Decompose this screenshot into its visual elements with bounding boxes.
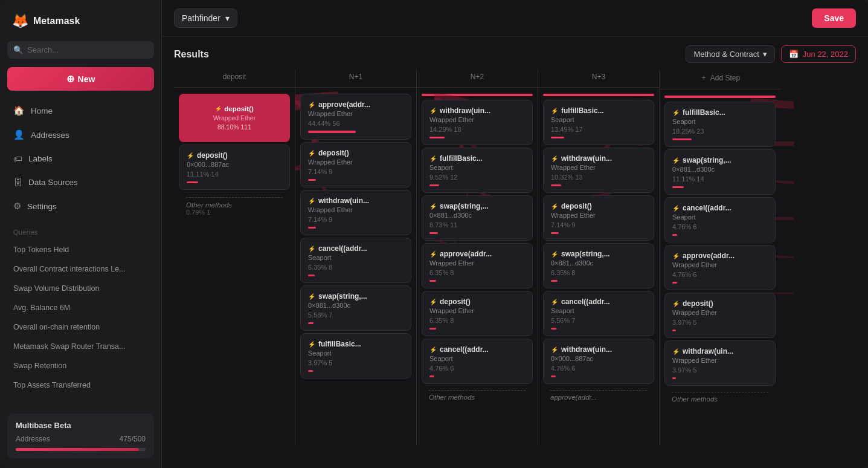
query-item-assets-transferred[interactable]: Top Assets Transferred [7, 377, 154, 393]
query-item[interactable]: Metamask Swap Router Transa... [7, 339, 154, 354]
node-progress-bar [429, 184, 439, 186]
node-stats-text: 3.97% 5 [308, 359, 403, 366]
node-progress-bar [308, 227, 316, 229]
node-method-text: cancel((addr... [318, 244, 367, 253]
nav-home-label: Home [31, 106, 53, 115]
flow-node[interactable]: ⚡ fulfillBasic... Seaport 13.49% 17 [543, 100, 654, 145]
flow-node[interactable]: ⚡ deposit() Wrapped Ether 7.14% 9 [300, 142, 411, 187]
flow-node[interactable]: ⚡ deposit() 0×000...887ac 11.11% 14 [179, 145, 290, 190]
flow-node[interactable]: ⚡ swap(string,... 0×881...d300c 8.73% 11 [422, 195, 533, 241]
node-stats-text: 11.11% 14 [672, 175, 768, 183]
flow-node[interactable]: ⚡ swap(string,... 0×881...d300c 6.35% 8 [543, 243, 654, 288]
node-stats-text: 6.35% 8 [551, 269, 646, 276]
node-progress-bar [551, 375, 556, 377]
node-method-text: deposit() [224, 105, 254, 112]
node-contract-text: 0×881...d300c [429, 212, 525, 219]
sidebar-item-data-sources[interactable]: 🗄 Data Sources [7, 172, 154, 192]
results-controls: Method & Contract ▾ 📅 Jun 22, 2022 [686, 45, 856, 63]
node-stats-text: 7.14% 9 [308, 168, 403, 175]
flow-node[interactable]: ⚡ cancel((addr... Seaport 4.76% 6 [664, 197, 776, 242]
flow-node[interactable]: ⚡ fulfillBasic... Seaport 9.52% 12 [422, 148, 533, 193]
flow-node[interactable]: ⚡ approve(addr... Wrapped Ether 6.35% 8 [422, 243, 533, 288]
query-item[interactable]: Top Tokens Held [7, 242, 154, 258]
lightning-icon: ⚡ [308, 341, 315, 348]
nav-data-sources-label: Data Sources [28, 178, 78, 187]
node-stats-text: 3.97% 5 [672, 319, 768, 326]
query-item-swap-retention[interactable]: Swap Retention [7, 358, 154, 374]
multibase-title: Multibase Beta [16, 421, 146, 430]
sidebar-item-home[interactable]: 🏠 Home [7, 100, 154, 121]
query-item[interactable]: Overall Contract interactions Le... [7, 261, 154, 277]
lightning-icon: ⚡ [672, 348, 680, 355]
add-step-label[interactable]: Add Step [710, 74, 740, 82]
node-stats-text: 10.32% 13 [551, 174, 646, 181]
flow-node[interactable]: ⚡ deposit() Wrapped Ether 6.35% 8 [422, 291, 533, 336]
flow-node[interactable]: ⚡ withdraw(uin... 0×000...887ac 4.76% 6 [543, 339, 654, 384]
node-contract-text: Wrapped Ether [308, 110, 403, 117]
node-stats-text: 3.97% 5 [672, 366, 768, 374]
flow-node[interactable]: ⚡ fulfillBasic... Seaport 18.25% 23 [664, 102, 776, 147]
sidebar-item-labels[interactable]: 🏷 Labels [7, 149, 154, 169]
node-method-text: deposit() [683, 299, 713, 308]
lightning-icon: ⚡ [308, 198, 315, 204]
node-progress-bar [551, 280, 558, 282]
lightning-icon: ⚡ [429, 155, 437, 162]
node-progress-bar [308, 275, 315, 276]
flow-node[interactable]: ⚡ withdraw(uin... Wrapped Ether 14.29% 1… [422, 100, 533, 145]
flow-node[interactable]: ⚡ approve(addr... Wrapped Ether 4.76% 6 [664, 245, 776, 290]
multibase-panel: Multibase Beta Addresses 475/500 [7, 414, 154, 458]
flow-node[interactable]: ⚡ withdraw(uin... Wrapped Ether 3.97% 5 [664, 340, 776, 386]
node-progress-bar [429, 328, 436, 330]
highlight-bar [422, 94, 533, 96]
lightning-icon: ⚡ [551, 203, 558, 210]
node-progress-bar [429, 375, 434, 377]
results-header: Results Method & Contract ▾ 📅 Jun 22, 20… [162, 37, 868, 69]
node-method-text: cancel((addr... [561, 297, 610, 306]
method-contract-filter[interactable]: Method & Contract ▾ [686, 45, 774, 63]
node-contract-text: Wrapped Ether [308, 206, 403, 213]
node-stats-text: 4.76% 6 [551, 365, 646, 372]
flow-node[interactable]: ⚡ fulfillBasic... Seaport 3.97% 5 [300, 333, 411, 379]
node-stats-text: 8.73% 11 [429, 221, 525, 229]
node-progress-bar [429, 280, 436, 282]
logo-area: 🦊 Metamask [7, 10, 154, 37]
column-header-n3: N+3 [538, 69, 659, 88]
flow-chart: deposit ⚡ deposit() Wrapped Ether 88.10%… [162, 69, 868, 452]
new-button[interactable]: ⊕ New [7, 67, 154, 91]
flow-node[interactable]: ⚡ swap(string,... 0×881...d300c 5.56% 7 [300, 285, 411, 331]
data-sources-icon: 🗄 [13, 177, 22, 187]
calendar-icon: 📅 [789, 50, 799, 59]
lightning-icon: ⚡ [672, 157, 680, 164]
pathfinder-selector[interactable]: Pathfinder ▾ [174, 8, 237, 28]
nav-labels-label: Labels [28, 154, 53, 163]
node-method-text: deposit() [440, 297, 471, 306]
addresses-icon: 👤 [13, 129, 25, 140]
lightning-icon: ⚡ [429, 108, 437, 114]
node-contract-text: 0×881...d300c [308, 302, 403, 309]
query-item[interactable]: Avg. Balance 6M [7, 300, 154, 316]
search-box[interactable]: 🔍 Search... [7, 41, 154, 59]
flow-node[interactable]: ⚡ cancel((addr... Seaport 6.35% 8 [300, 238, 411, 283]
flow-node[interactable]: ⚡ cancel((addr... Seaport 4.76% 6 [422, 339, 533, 384]
column-header-n2: N+2 [417, 69, 538, 88]
flow-node[interactable]: ⚡ cancel((addr... Seaport 5.56% 7 [543, 291, 654, 336]
node-method-text: fulfillBasic... [683, 108, 725, 117]
flow-node[interactable]: ⚡ swap(string,... 0×881...d300c 11.11% 1… [664, 149, 776, 195]
sidebar-item-addresses[interactable]: 👤 Addresses [7, 125, 154, 145]
query-item-swap-volume[interactable]: Swap Volume Distribution [7, 281, 154, 296]
flow-node[interactable]: ⚡ withdraw(uin... Wrapped Ether 7.14% 9 [300, 190, 411, 235]
node-contract-text: Wrapped Ether [672, 261, 768, 268]
flow-node[interactable]: ⚡ deposit() Wrapped Ether 88.10% 111 [179, 94, 290, 142]
sidebar-item-settings[interactable]: ⚙ Settings [7, 196, 154, 216]
flow-node[interactable]: ⚡ deposit() Wrapped Ether 7.14% 9 [543, 195, 654, 241]
filter-chevron-icon: ▾ [763, 50, 767, 59]
node-progress-bar [187, 181, 198, 183]
flow-node[interactable]: ⚡ approve(addr... Wrapped Ether 44.44% 5… [300, 94, 411, 140]
flow-node[interactable]: ⚡ withdraw(uin... Wrapped Ether 10.32% 1… [543, 148, 654, 193]
save-button[interactable]: Save [812, 8, 856, 28]
query-item[interactable]: Overall on-chain retention [7, 319, 154, 335]
node-method-text: withdraw(uin... [561, 154, 612, 163]
date-filter[interactable]: 📅 Jun 22, 2022 [781, 45, 856, 63]
flow-node[interactable]: ⚡ deposit() Wrapped Ether 3.97% 5 [664, 293, 776, 338]
top-bar: Pathfinder ▾ Save [162, 0, 868, 37]
